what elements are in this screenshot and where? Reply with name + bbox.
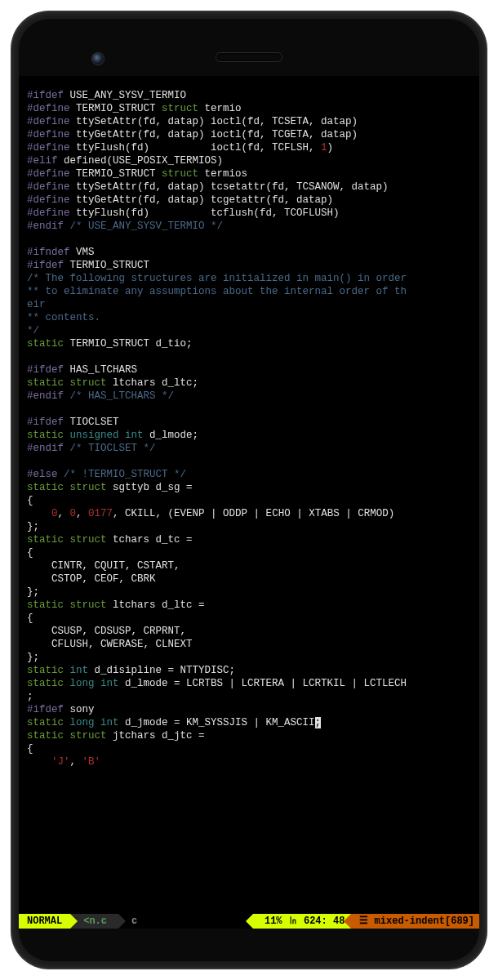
status-position: 11% ㏑ 624: 48 <box>253 914 351 929</box>
speaker-grille <box>216 53 282 61</box>
status-filetype: c <box>118 914 253 929</box>
phone-bezel: #ifdef USE_ANY_SYSV_TERMIO #define TERMI… <box>19 19 479 961</box>
vim-statusline: NORMAL <n.c c 11% ㏑ 624: 48 ☰ mixed-inde… <box>19 914 479 929</box>
status-mode: NORMAL <box>19 914 70 929</box>
camera-dot <box>92 53 104 65</box>
terminal-screen[interactable]: #ifdef USE_ANY_SYSV_TERMIO #define TERMI… <box>19 76 479 929</box>
warn-icon: ☰ <box>359 915 368 927</box>
phone-frame: #ifdef USE_ANY_SYSV_TERMIO #define TERMI… <box>12 12 486 968</box>
status-warning: ☰ mixed-indent[689] <box>351 914 479 929</box>
code-editor-content[interactable]: #ifdef USE_ANY_SYSV_TERMIO #define TERMI… <box>27 89 474 768</box>
